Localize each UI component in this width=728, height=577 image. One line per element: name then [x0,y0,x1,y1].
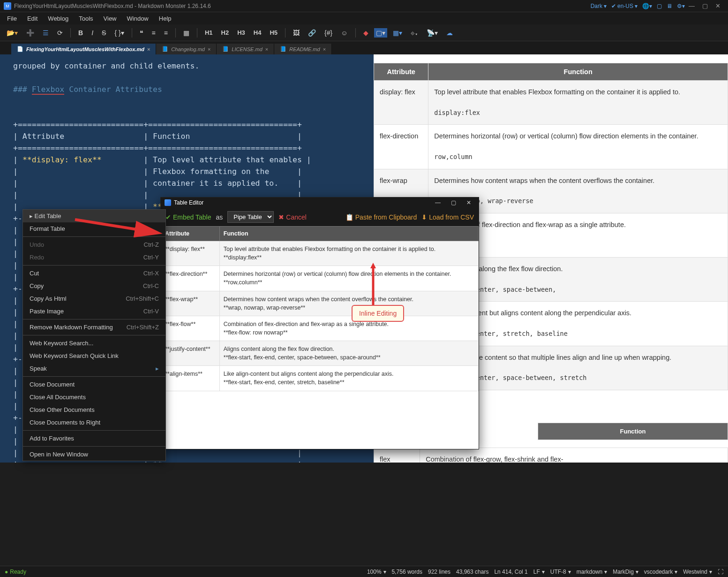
titlebar: M FlexingYourHtmlLayoutMusclesWithFlexbo… [0,0,728,12]
tab-active[interactable]: 📄FlexingYourHtmlLayoutMusclesWithFlexbox… [11,44,156,54]
te-maximize[interactable]: ▢ [447,199,460,206]
brackets-button[interactable]: {#} [322,27,335,38]
zoom-level[interactable]: 100% ▾ [367,569,386,575]
code-button[interactable]: { }▾ [112,27,127,38]
lang-dropdown[interactable]: ✔ en-US ▾ [611,3,638,9]
paste-clipboard-button[interactable]: 📋 Paste from Clipboard [345,213,417,221]
preview-button[interactable]: ▢▾ [374,28,387,38]
theme-dropdown[interactable]: Dark ▾ [591,3,607,9]
ctx-remove-markdown-formatting[interactable]: Remove Markdown FormattingCtrl+Shift+Z [23,321,165,334]
emoji-button[interactable]: ☺ [338,27,350,38]
table-editor-grid[interactable]: AttributeFunction**display: flex**Top le… [161,226,479,449]
ctx-paste-image[interactable]: Paste ImageCtrl-V [23,305,165,318]
list-button[interactable]: ≡ [149,27,158,38]
maximize-button[interactable]: ▢ [698,2,712,9]
preview-header-2: Function [538,423,728,440]
bold-button[interactable]: B [75,27,86,38]
window-title: FlexingYourHtmlLayoutMusclesWithFlexbox.… [14,3,591,9]
eol-mode[interactable]: LF ▾ [533,569,545,575]
char-count: 43,963 chars [456,569,488,575]
ctx-close-other-documents[interactable]: Close Other Documents [23,403,165,416]
fullscreen-icon[interactable]: ⛶ [718,569,723,575]
h2-button[interactable]: H2 [218,27,232,38]
h1-button[interactable]: H1 [202,27,216,38]
inline-editing-callout: Inline Editing [352,305,404,322]
table-editor-toolbar: ✔ Embed Table as Pipe Table ✖ Cancel 📋 P… [161,208,479,226]
ctx-cut[interactable]: CutCtrl-X [23,267,165,280]
grid-icon[interactable]: ▦▾ [390,27,405,38]
ctx-close-documents-to-right[interactable]: Close Documents to Right [23,416,165,429]
ctx-copy[interactable]: CopyCtrl-C [23,280,165,292]
ctx-add-to-favorites[interactable]: Add to Favorites [23,432,165,445]
menu-view[interactable]: View [99,14,121,23]
sync-icon[interactable]: ⟐▾ [408,27,421,38]
open-icon[interactable]: 📂▾ [4,27,21,38]
user[interactable]: Westwind ▾ [683,569,712,575]
editor-theme[interactable]: vscodedark ▾ [644,569,677,575]
statusbar: ● Ready 100% ▾ 5,756 words 922 lines 43,… [0,566,728,577]
language[interactable]: markdown ▾ [577,569,607,575]
app-icon: M [4,2,11,10]
gear-icon[interactable]: ⚙▾ [677,3,685,9]
image-button[interactable]: 🖼 [290,27,302,38]
window-icon[interactable]: ▢ [657,3,662,9]
strike-button[interactable]: S [99,27,109,38]
tab-3[interactable]: 📘README.md× [274,44,332,54]
rss-icon[interactable]: 📡▾ [424,27,441,38]
tab-1[interactable]: 📘Changelog.md× [156,44,217,54]
monitor-icon[interactable]: 🖥 [667,3,672,9]
table-editor-window: Table Editor — ▢ ✕ ✔ Embed Table as Pipe… [160,197,479,449]
menu-file[interactable]: File [3,14,21,23]
load-csv-button[interactable]: ⬇ Load from CSV [421,213,474,221]
ctx-redo[interactable]: RedoCtrl-Y [23,251,165,264]
italic-button[interactable]: I [89,27,96,38]
ctx-copy-as-html[interactable]: Copy As HtmlCtrl+Shift+C [23,292,165,305]
ordered-list-button[interactable]: ≡ [161,27,171,38]
annotation-arrow-1 [70,214,164,237]
word-count: 5,756 words [392,569,422,575]
h3-button[interactable]: H3 [234,27,248,38]
ctx-open-in-new-window[interactable]: Open in New Window [23,448,165,461]
table-editor-titlebar[interactable]: Table Editor — ▢ ✕ [161,197,479,208]
cursor-pos: Ln 414, Col 1 [494,569,527,575]
save-icon[interactable]: ☰ [40,27,52,38]
diamond-icon[interactable]: ◆ [360,27,371,38]
toolbar: 📂▾ ➕ ☰ ⟳ B I S { }▾ ❝ ≡ ≡ ▦ H1 H2 H3 H4 … [0,24,728,41]
te-close[interactable]: ✕ [463,199,475,206]
ctx-close-all-documents[interactable]: Close All Documents [23,391,165,403]
cancel-button[interactable]: ✖ Cancel [278,213,307,221]
ctx-web-keyword-search-quick-link[interactable]: Web Keyword Search Quick Link [23,349,165,362]
quote-button[interactable]: ❝ [137,27,146,38]
close-button[interactable]: ✕ [712,2,724,9]
ctx-web-keyword-search-[interactable]: Web Keyword Search... [23,337,165,349]
h4-button[interactable]: H4 [251,27,264,38]
context-menu: ▸ Edit TableFormat TableUndoCtrl-ZRedoCt… [23,209,166,461]
ctx-close-document[interactable]: Close Document [23,378,165,391]
refresh-icon[interactable]: ⟳ [54,27,66,38]
tab-bar: 📄FlexingYourHtmlLayoutMusclesWithFlexbox… [0,41,728,54]
encoding[interactable]: UTF-8 ▾ [550,569,571,575]
minimize-button[interactable]: — [685,2,698,9]
new-icon[interactable]: ➕ [23,27,37,38]
table-button[interactable]: ▦ [180,27,192,38]
globe-icon[interactable]: 🌐▾ [642,3,652,9]
engine[interactable]: MarkDig ▾ [613,569,638,575]
table-mode-select[interactable]: Pipe Table [227,211,274,223]
close-tab-icon[interactable]: × [147,46,150,52]
embed-table-button[interactable]: ✔ Embed Table [165,213,211,221]
menu-weblog[interactable]: Weblog [44,14,73,23]
line-count: 922 lines [428,569,450,575]
cloud-icon[interactable]: ☁ [443,27,456,38]
tab-2[interactable]: 📘LICENSE.md× [217,44,274,54]
h5-button[interactable]: H5 [267,27,280,38]
menu-help[interactable]: Help [155,14,176,23]
menu-window[interactable]: Window [123,14,153,23]
menu-edit[interactable]: Edit [23,14,42,23]
ctx-speak[interactable]: Speak▸ [23,362,165,375]
menu-tools[interactable]: Tools [75,14,97,23]
ctx-undo[interactable]: UndoCtrl-Z [23,238,165,251]
menubar: File Edit Weblog Tools View Window Help [0,12,728,24]
te-minimize[interactable]: — [431,199,444,206]
svg-marker-4 [370,263,376,268]
link-button[interactable]: 🔗 [305,27,319,38]
